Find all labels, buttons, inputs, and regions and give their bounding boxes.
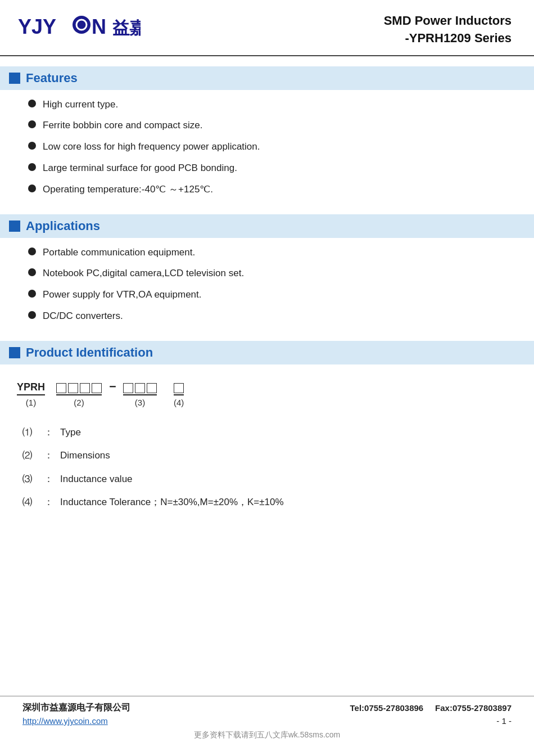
features-section: Features High current type. Ferrite bobb… bbox=[0, 66, 534, 204]
bullet-dot bbox=[28, 311, 36, 319]
item-num-2: ⑵ bbox=[22, 448, 39, 463]
features-title: Features bbox=[26, 71, 78, 86]
code-separator: － bbox=[102, 378, 123, 407]
footer-website[interactable]: http://www.yjycoin.com bbox=[22, 716, 108, 726]
code-prefix: YPRH bbox=[17, 381, 45, 395]
title-line1: SMD Power Inductors bbox=[384, 12, 512, 30]
code-box bbox=[174, 383, 184, 393]
item-colon-4: ： bbox=[44, 495, 53, 510]
footer-company: 深圳市益嘉源电子有限公司 bbox=[22, 702, 130, 714]
list-item: Notebook PC,digital camera,LCD televisio… bbox=[28, 267, 512, 280]
id-item-2: ⑵ ： Dimensions bbox=[22, 448, 528, 463]
feature-item-4: Large terminal surface for good PCB bond… bbox=[43, 161, 237, 175]
app-item-1: Portable communication equipment. bbox=[43, 246, 195, 259]
list-item: Ferrite bobbin core and compact size. bbox=[28, 119, 512, 132]
logo-svg: YJY N 益嘉源 bbox=[17, 12, 141, 39]
code-group-4: (4) bbox=[174, 383, 184, 407]
code-box bbox=[123, 383, 133, 393]
page-footer: 深圳市益嘉源电子有限公司 Tel:0755-27803896 Fax:0755-… bbox=[0, 696, 534, 740]
bullet-dot bbox=[28, 184, 36, 192]
footer-tel: Tel:0755-27803896 bbox=[350, 703, 424, 713]
footer-contact: Tel:0755-27803896 Fax:0755-27803897 bbox=[350, 703, 512, 713]
id-item-3: ⑶ ： Inductance value bbox=[22, 472, 528, 487]
code-group2-label: (2) bbox=[74, 398, 84, 407]
applications-list: Portable communication equipment. Notebo… bbox=[22, 238, 512, 331]
list-item: Operating temperature:-40℃ ～+125℃. bbox=[28, 183, 512, 196]
id-item-1: ⑴ ： Type bbox=[22, 425, 528, 440]
code-boxes-3 bbox=[123, 383, 157, 395]
app-item-4: DC/DC converters. bbox=[43, 309, 123, 323]
applications-content: Portable communication equipment. Notebo… bbox=[0, 238, 534, 331]
product-id-items: ⑴ ： Type ⑵ ： Dimensions ⑶ ： Inductance v… bbox=[11, 425, 528, 510]
code-group-1: YPRH (1) bbox=[17, 381, 45, 407]
applications-icon bbox=[9, 220, 20, 232]
svg-text:N: N bbox=[92, 15, 106, 38]
code-boxes-4 bbox=[174, 383, 184, 395]
id-item-4: ⑷ ： Inductance Tolerance；N=±30%,M=±20%，K… bbox=[22, 495, 528, 510]
title-line2: -YPRH1209 Series bbox=[384, 30, 512, 47]
header-title: SMD Power Inductors -YPRH1209 Series bbox=[384, 12, 512, 47]
footer-watermark: 更多资料下载请到五八文库wk.58sms.com bbox=[22, 730, 512, 740]
item-num-4: ⑷ bbox=[22, 495, 39, 510]
code-boxes-2 bbox=[56, 383, 102, 395]
list-item: Power supply for VTR,OA equipment. bbox=[28, 288, 512, 302]
code-group4-label: (4) bbox=[174, 398, 184, 407]
logo-area: YJY N 益嘉源 bbox=[17, 12, 141, 39]
footer-row1: 深圳市益嘉源电子有限公司 Tel:0755-27803896 Fax:0755-… bbox=[22, 702, 512, 714]
bullet-dot bbox=[28, 163, 36, 171]
code-group-3: (3) bbox=[123, 383, 157, 407]
product-id-content: YPRH (1) (2) － bbox=[0, 364, 534, 530]
feature-item-2: Ferrite bobbin core and compact size. bbox=[43, 119, 202, 132]
logo-box: YJY N 益嘉源 bbox=[17, 12, 141, 39]
code-box bbox=[92, 383, 102, 393]
code-group-2: (2) bbox=[56, 383, 102, 407]
product-id-header: Product Identification bbox=[0, 341, 534, 364]
footer-fax: Fax:0755-27803897 bbox=[435, 703, 512, 713]
product-identification-section: Product Identification YPRH (1) (2) bbox=[0, 341, 534, 530]
svg-text:YJY: YJY bbox=[18, 15, 56, 38]
features-header: Features bbox=[0, 66, 534, 90]
code-box bbox=[80, 383, 90, 393]
bullet-dot bbox=[28, 268, 36, 276]
applications-header: Applications bbox=[0, 214, 534, 238]
list-item: Large terminal surface for good PCB bond… bbox=[28, 161, 512, 175]
item-colon-1: ： bbox=[44, 425, 53, 440]
item-num-1: ⑴ bbox=[22, 425, 39, 440]
item-text-2: Dimensions bbox=[60, 448, 110, 463]
features-content: High current type. Ferrite bobbin core a… bbox=[0, 90, 534, 204]
list-item: DC/DC converters. bbox=[28, 309, 512, 323]
item-colon-2: ： bbox=[44, 448, 53, 463]
product-id-icon bbox=[9, 347, 20, 358]
app-item-3: Power supply for VTR,OA equipment. bbox=[43, 288, 202, 302]
bullet-dot bbox=[28, 248, 36, 255]
item-text-1: Type bbox=[60, 425, 81, 440]
item-text-3: Inductance value bbox=[60, 472, 133, 487]
footer-page: - 1 - bbox=[496, 716, 512, 726]
bullet-dot bbox=[28, 120, 36, 128]
list-item: Portable communication equipment. bbox=[28, 246, 512, 259]
product-id-title: Product Identification bbox=[26, 345, 153, 360]
feature-item-1: High current type. bbox=[43, 98, 118, 111]
code-group3-label: (3) bbox=[135, 398, 145, 407]
code-box bbox=[56, 383, 66, 393]
features-icon bbox=[9, 73, 20, 84]
item-colon-3: ： bbox=[44, 472, 53, 487]
applications-title: Applications bbox=[26, 219, 100, 233]
feature-item-3: Low core loss for high frequency power a… bbox=[43, 140, 260, 154]
footer-row2: http://www.yjycoin.com - 1 - bbox=[22, 716, 512, 726]
feature-item-5: Operating temperature:-40℃ ～+125℃. bbox=[43, 183, 213, 196]
svg-text:益嘉源: 益嘉源 bbox=[112, 19, 141, 37]
code-box bbox=[135, 383, 145, 393]
code-prefix-label: (1) bbox=[26, 398, 36, 407]
list-item: High current type. bbox=[28, 98, 512, 111]
item-text-4: Inductance Tolerance；N=±30%,M=±20%，K=±10… bbox=[60, 495, 284, 510]
code-diagram: YPRH (1) (2) － bbox=[11, 378, 528, 407]
applications-section: Applications Portable communication equi… bbox=[0, 214, 534, 331]
app-item-2: Notebook PC,digital camera,LCD televisio… bbox=[43, 267, 244, 280]
list-item: Low core loss for high frequency power a… bbox=[28, 140, 512, 154]
bullet-dot bbox=[28, 290, 36, 298]
svg-point-1 bbox=[73, 16, 90, 34]
item-num-3: ⑶ bbox=[22, 472, 39, 487]
code-box bbox=[68, 383, 78, 393]
bullet-dot bbox=[28, 142, 36, 150]
